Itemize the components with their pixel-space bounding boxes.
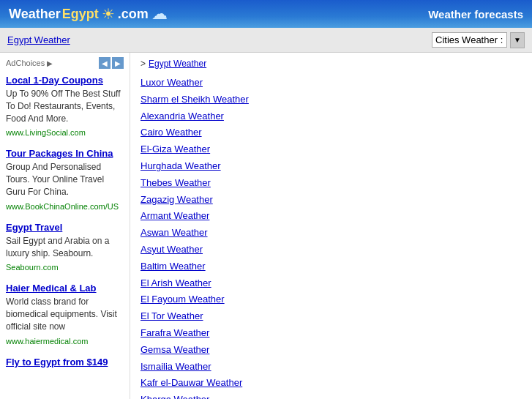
logo-com: .com bbox=[118, 7, 149, 22]
city-weather-link[interactable]: Armant Weather bbox=[141, 208, 522, 225]
logo-weather: Weather bbox=[9, 7, 61, 22]
ad-body: Group And Personalised Tours. Your Onlin… bbox=[6, 161, 124, 198]
cities-dropdown-container: Cities Weather : ▼ bbox=[432, 32, 525, 48]
ad-choices-icon: ▶ bbox=[47, 59, 53, 67]
breadcrumb: > Egypt Weather bbox=[141, 59, 522, 69]
ad-block: Haier Medical & LabWorld class brand for… bbox=[6, 283, 124, 346]
breadcrumb-arrow: > bbox=[141, 59, 146, 69]
city-weather-link[interactable]: El Fayoum Weather bbox=[141, 291, 522, 308]
dropdown-arrow-button[interactable]: ▼ bbox=[510, 32, 525, 48]
ad-body: Sail Egypt and Arabia on a luxury ship. … bbox=[6, 235, 124, 260]
content: > Egypt Weather Luxor WeatherSharm el Sh… bbox=[130, 53, 532, 399]
ad-nav-buttons: ◀ ▶ bbox=[99, 57, 124, 69]
ad-url[interactable]: www.haiermedical.com bbox=[6, 337, 88, 346]
ad-title[interactable]: Local 1-Day Coupons bbox=[6, 75, 124, 86]
ad-url[interactable]: www.LivingSocial.com bbox=[6, 128, 86, 137]
city-weather-link[interactable]: Sharm el Sheikh Weather bbox=[141, 92, 522, 108]
city-weather-link[interactable]: Aswan Weather bbox=[141, 225, 522, 242]
city-weather-link[interactable]: Thebes Weather bbox=[141, 175, 522, 192]
cities-list: Luxor WeatherSharm el Sheikh WeatherAlex… bbox=[141, 75, 522, 399]
cities-dropdown[interactable]: Cities Weather : bbox=[432, 32, 507, 48]
logo-area: Weather Egypt ☀ .com ☁ bbox=[9, 4, 168, 23]
ad-title[interactable]: Fly to Egypt from $149 bbox=[6, 357, 124, 368]
city-weather-link[interactable]: Alexandria Weather bbox=[141, 108, 522, 125]
ad-block: Tour Packages In ChinaGroup And Personal… bbox=[6, 148, 124, 211]
city-weather-link[interactable]: Luxor Weather bbox=[141, 75, 522, 92]
city-weather-link[interactable]: Zagazig Weather bbox=[141, 192, 522, 209]
ad-nav-prev[interactable]: ◀ bbox=[99, 57, 110, 69]
ad-nav-next[interactable]: ▶ bbox=[112, 57, 124, 69]
navbar: Egypt Weather Cities Weather : ▼ bbox=[0, 28, 532, 53]
ad-choices-bar: AdChoices ▶ ◀ ▶ bbox=[6, 57, 124, 69]
ads-container: Local 1-Day CouponsUp To 90% Off The Bes… bbox=[6, 75, 124, 368]
ad-body: World class brand for biomedical equipme… bbox=[6, 296, 124, 332]
ad-title[interactable]: Haier Medical & Lab bbox=[6, 283, 124, 294]
header-weather-forecasts: Weather forecasts bbox=[428, 8, 523, 20]
city-weather-link[interactable]: Cairo Weather bbox=[141, 124, 522, 141]
header: Weather Egypt ☀ .com ☁ Weather forecasts bbox=[0, 0, 532, 28]
city-weather-link[interactable]: Kafr el-Dauwar Weather bbox=[141, 375, 522, 392]
ad-url[interactable]: Seabourn.com bbox=[6, 263, 59, 272]
city-weather-link[interactable]: Farafra Weather bbox=[141, 325, 522, 342]
city-weather-link[interactable]: Baltim Weather bbox=[141, 258, 522, 275]
ad-body: Up To 90% Off The Best Stuff To Do! Rest… bbox=[6, 88, 124, 124]
city-weather-link[interactable]: Asyut Weather bbox=[141, 242, 522, 258]
city-weather-link[interactable]: Ismailia Weather bbox=[141, 359, 522, 376]
main-layout: AdChoices ▶ ◀ ▶ Local 1-Day CouponsUp To… bbox=[0, 53, 532, 399]
ad-block: Local 1-Day CouponsUp To 90% Off The Bes… bbox=[6, 75, 124, 138]
ad-url[interactable]: www.BookChinaOnline.com/US bbox=[6, 202, 119, 211]
ad-choices-label: AdChoices ▶ bbox=[6, 59, 53, 67]
cloud-icon: ☁ bbox=[151, 4, 168, 23]
city-weather-link[interactable]: El Tor Weather bbox=[141, 308, 522, 325]
sidebar: AdChoices ▶ ◀ ▶ Local 1-Day CouponsUp To… bbox=[0, 53, 130, 399]
ad-block: Egypt TravelSail Egypt and Arabia on a l… bbox=[6, 222, 124, 273]
city-weather-link[interactable]: El Arish Weather bbox=[141, 275, 522, 292]
ad-title[interactable]: Tour Packages In China bbox=[6, 148, 124, 159]
egypt-weather-nav-link[interactable]: Egypt Weather bbox=[7, 34, 70, 45]
city-weather-link[interactable]: Kharga Weather bbox=[141, 392, 522, 399]
city-weather-link[interactable]: El-Giza Weather bbox=[141, 141, 522, 158]
ad-choices-text: AdChoices bbox=[6, 59, 45, 67]
sun-icon: ☀ bbox=[102, 5, 115, 23]
city-weather-link[interactable]: Hurghada Weather bbox=[141, 158, 522, 175]
breadcrumb-egypt-weather-link[interactable]: Egypt Weather bbox=[149, 59, 206, 69]
city-weather-link[interactable]: Gemsa Weather bbox=[141, 342, 522, 359]
ad-title[interactable]: Egypt Travel bbox=[6, 222, 124, 233]
logo-egypt: Egypt bbox=[62, 7, 99, 22]
ad-block: Fly to Egypt from $149 bbox=[6, 357, 124, 368]
